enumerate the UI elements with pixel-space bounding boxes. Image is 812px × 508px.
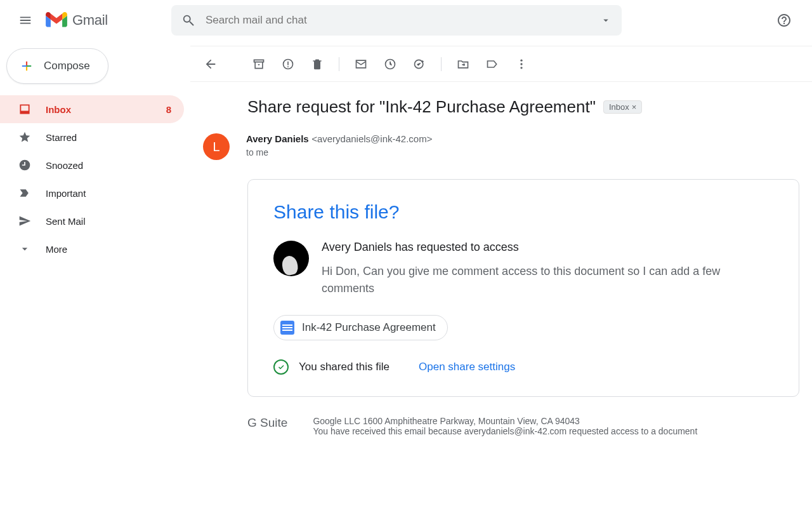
clock-icon [18,158,32,172]
snooze-button[interactable] [377,51,403,77]
toolbar-separator [441,57,442,71]
sidebar-item-starred[interactable]: Starred [0,123,184,151]
docs-icon [280,321,294,335]
move-button[interactable] [450,51,476,77]
status-row: You shared this file Open share settings [273,359,773,375]
task-add-icon [413,58,426,70]
footer-address: Google LLC 1600 Amphitheatre Parkway, Mo… [313,416,697,426]
spam-icon [282,58,294,70]
search-icon [181,13,195,27]
svg-point-8 [520,67,522,69]
email-footer: G Suite Google LLC 1600 Amphitheatre Par… [247,416,799,436]
help-icon [776,13,792,28]
archive-icon [252,58,265,70]
message-content: Share request for "Ink-42 Purchase Agree… [190,82,812,436]
message-toolbar [190,46,812,82]
add-task-button[interactable] [407,51,432,77]
nav-list: Inbox 8 Starred Snoozed Important Sent M… [0,95,190,263]
sender-avatar[interactable]: L [203,133,230,160]
app-name: Gmail [72,12,108,29]
trash-icon [311,58,324,70]
svg-rect-0 [20,111,29,114]
sender-line: Avery Daniels <averydaniels@ink-42.com> [246,133,432,145]
sidebar-item-snoozed[interactable]: Snoozed [0,151,184,179]
help-button[interactable] [771,8,797,33]
main-menu-button[interactable] [10,5,41,36]
to-line[interactable]: to me [246,147,432,157]
card-title: Share this file? [273,201,773,223]
more-vert-icon [515,58,528,70]
svg-rect-3 [287,66,289,67]
svg-rect-2 [287,61,289,65]
label-button[interactable] [480,51,505,77]
archive-button[interactable] [246,51,272,77]
message-subject-row: Share request for "Ink-42 Purchase Agree… [247,97,799,117]
star-icon [18,130,32,144]
sidebar-item-label: Snoozed [46,160,83,171]
sidebar-item-label: Inbox [46,104,71,115]
app-header: Gmail [0,0,812,41]
mark-unread-button[interactable] [348,51,374,77]
label-icon [486,58,499,70]
back-button[interactable] [198,51,223,77]
sender-email: <averydaniels@ink-42.com> [311,133,432,144]
compose-button[interactable]: Compose [6,48,108,84]
search-bar[interactable] [171,5,622,36]
gmail-logo-icon [46,12,67,29]
more-button[interactable] [509,51,534,77]
gsuite-brand: G Suite [247,416,287,430]
sidebar-item-sent[interactable]: Sent Mail [0,207,184,235]
delete-button[interactable] [304,51,330,77]
sender-name: Avery Daniels [246,133,309,144]
file-name: Ink-42 Purchase Agreement [302,321,436,334]
important-icon [18,186,32,200]
inbox-badge: 8 [166,104,171,115]
requester-avatar [273,241,309,276]
status-text: You shared this file [299,361,390,373]
check-circle-icon [273,359,289,375]
chevron-down-icon [18,242,32,256]
search-options-icon[interactable] [600,15,612,26]
sidebar-item-inbox[interactable]: Inbox 8 [0,95,184,123]
send-icon [18,214,32,228]
label-chip-text: Inbox [609,102,629,112]
request-message: Hi Don, Can you give me comment access t… [322,263,773,297]
svg-point-6 [520,59,522,61]
inbox-icon [18,102,32,116]
toolbar-separator [339,57,339,71]
clock-icon [384,58,396,70]
compose-label: Compose [44,60,90,72]
sidebar-item-more[interactable]: More [0,235,184,263]
compose-plus-icon [18,58,35,74]
sender-row: L Avery Daniels <averydaniels@ink-42.com… [203,133,799,160]
message-subject: Share request for "Ink-42 Purchase Agree… [247,97,596,117]
arrow-back-icon [204,57,218,71]
sidebar-item-label: Starred [46,132,77,143]
sidebar-item-label: More [46,244,67,255]
footer-reason: You have received this email because ave… [313,426,697,436]
main-pane: Share request for "Ink-42 Purchase Agree… [190,46,812,508]
sidebar-item-important[interactable]: Important [0,179,184,207]
share-request-card: Share this file? Avery Daniels has reque… [247,179,799,397]
svg-point-7 [520,63,522,65]
spam-button[interactable] [275,51,301,77]
sidebar: Compose Inbox 8 Starred Snoozed Importan… [0,41,190,508]
label-chip-inbox[interactable]: Inbox × [603,100,642,114]
sidebar-item-label: Sent Mail [46,216,86,227]
request-line: Avery Daniels has requested to access [322,241,773,254]
gmail-logo[interactable]: Gmail [46,12,108,29]
hamburger-icon [18,13,32,27]
open-share-settings-link[interactable]: Open share settings [419,361,515,373]
mail-icon [355,58,367,70]
search-input[interactable] [206,14,595,27]
folder-move-icon [457,58,469,70]
remove-label-icon[interactable]: × [632,102,637,112]
sidebar-item-label: Important [46,188,86,199]
file-chip[interactable]: Ink-42 Purchase Agreement [273,315,448,340]
